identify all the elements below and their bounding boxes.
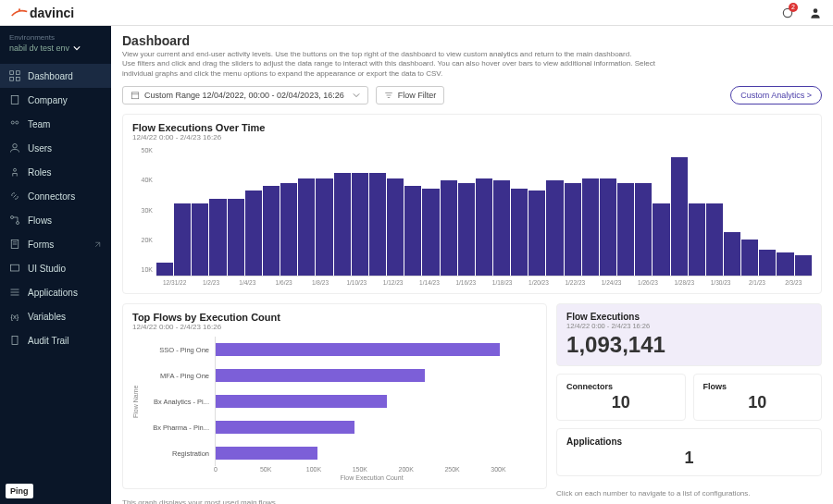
bar[interactable]: [422, 189, 439, 277]
bar[interactable]: [209, 199, 226, 276]
svg-text:{x}: {x}: [11, 313, 19, 321]
forms-icon: [9, 239, 20, 250]
bar[interactable]: [334, 173, 351, 276]
bar[interactable]: [387, 178, 404, 277]
svg-point-11: [14, 168, 17, 171]
nav-connectors[interactable]: Connectors: [0, 184, 111, 208]
bar[interactable]: [600, 178, 616, 277]
chart1-bars[interactable]: [156, 147, 812, 277]
bar[interactable]: [458, 183, 475, 276]
bar[interactable]: [741, 240, 758, 276]
nav-applications[interactable]: Applications: [0, 280, 111, 304]
chart2-labels: SSO - Ping OneMFA - Ping OneBx Analytics…: [144, 337, 209, 466]
svg-rect-23: [131, 92, 139, 99]
bar[interactable]: [298, 178, 315, 277]
custom-analytics-button[interactable]: Custom Analytics >: [730, 86, 822, 104]
stat-connectors[interactable]: Connectors 10: [556, 374, 685, 421]
chart2-xlabel: Flow Execution Count: [206, 474, 537, 481]
brand-logo[interactable]: davinci: [11, 6, 74, 20]
bar[interactable]: [228, 199, 244, 276]
bar[interactable]: [156, 263, 173, 276]
nav-flows[interactable]: Flows: [0, 208, 111, 232]
svg-point-2: [814, 8, 818, 13]
svg-rect-5: [10, 78, 14, 81]
apps-icon: [9, 287, 20, 298]
hbar[interactable]: [216, 343, 500, 356]
bar[interactable]: [582, 178, 599, 277]
nav-audit[interactable]: Audit Trail: [0, 328, 111, 352]
bar[interactable]: [635, 183, 652, 276]
bar[interactable]: [617, 183, 634, 276]
bar[interactable]: [245, 191, 262, 276]
bar[interactable]: [565, 183, 581, 276]
bar[interactable]: [706, 203, 723, 276]
bar[interactable]: [280, 183, 297, 276]
bar[interactable]: [192, 203, 208, 276]
stat-applications[interactable]: Applications 1: [556, 428, 822, 476]
nav-forms[interactable]: Forms: [0, 232, 111, 256]
notifications-button[interactable]: 2: [781, 6, 794, 19]
bar[interactable]: [689, 203, 705, 276]
nav-variables[interactable]: {x}Variables: [0, 304, 111, 328]
nav-company[interactable]: Company: [0, 88, 111, 112]
svg-rect-7: [11, 96, 19, 104]
nav-dashboard[interactable]: Dashboard: [0, 64, 111, 88]
bar[interactable]: [263, 186, 280, 276]
variables-icon: {x}: [9, 311, 20, 322]
flows-icon: [9, 215, 20, 226]
bar[interactable]: [352, 173, 368, 276]
page-title: Dashboard: [122, 33, 822, 48]
brand-text: davinci: [30, 6, 74, 20]
env-name: nabil dv test env: [9, 43, 69, 53]
hbar[interactable]: [216, 421, 354, 434]
hbar[interactable]: [216, 369, 425, 382]
controls-bar: Custom Range 12/04/2022, 00:00 - 02/04/2…: [122, 86, 822, 104]
bar[interactable]: [404, 186, 421, 276]
bar[interactable]: [671, 157, 688, 276]
team-icon: [9, 118, 20, 129]
nav-uistudio[interactable]: UI Studio: [0, 256, 111, 280]
stat-flow-executions[interactable]: Flow Executions 12/4/22 0:00 - 2/4/23 16…: [556, 303, 822, 366]
chart2-bars[interactable]: [215, 337, 537, 466]
bar[interactable]: [511, 189, 528, 277]
env-selector[interactable]: Environments nabil dv test env: [0, 26, 111, 58]
nav-users[interactable]: Users: [0, 136, 111, 160]
bar[interactable]: [777, 252, 793, 276]
bar[interactable]: [316, 178, 332, 277]
topbar: davinci 2: [0, 0, 833, 26]
building-icon: [9, 94, 20, 105]
svg-point-10: [13, 144, 18, 149]
bar[interactable]: [441, 180, 457, 276]
chart2-sub: 12/4/22 0:00 - 2/4/23 16:26: [132, 323, 537, 331]
date-range-button[interactable]: Custom Range 12/04/2022, 00:00 - 02/04/2…: [122, 86, 368, 104]
hbar[interactable]: [216, 395, 387, 408]
main-content: Dashboard View your current and end-user…: [111, 26, 833, 504]
bar[interactable]: [476, 178, 492, 277]
uistudio-icon: [9, 263, 20, 274]
bar[interactable]: [795, 255, 812, 276]
chart2-ylabel: Flow Name: [132, 337, 139, 466]
bar[interactable]: [724, 232, 740, 276]
page-desc: View your current and end-user activity …: [122, 50, 678, 79]
nav-roles[interactable]: Roles: [0, 160, 111, 184]
bar[interactable]: [528, 191, 545, 276]
stat-flows[interactable]: Flows 10: [693, 374, 822, 421]
chevron-down-icon: [73, 44, 81, 52]
hbar[interactable]: [216, 447, 317, 460]
user-icon[interactable]: [809, 6, 822, 19]
env-label: Environments: [9, 33, 102, 42]
nav-team[interactable]: Team: [0, 112, 111, 136]
chart2-footer: This graph displays your most used main …: [122, 498, 547, 504]
bar[interactable]: [493, 180, 510, 276]
flow-filter-button[interactable]: Flow Filter: [376, 86, 445, 104]
svg-rect-17: [11, 264, 19, 271]
bar[interactable]: [653, 203, 669, 276]
svg-point-12: [11, 216, 14, 219]
bar[interactable]: [546, 180, 563, 276]
svg-rect-3: [10, 71, 14, 75]
bar[interactable]: [759, 250, 776, 276]
bar[interactable]: [174, 203, 191, 276]
stats-footer: Click on each number to navigate to a li…: [556, 489, 822, 498]
bar[interactable]: [369, 173, 386, 276]
chart-executions-over-time: Flow Executions Over Time 12/4/22 0:00 -…: [122, 114, 822, 294]
